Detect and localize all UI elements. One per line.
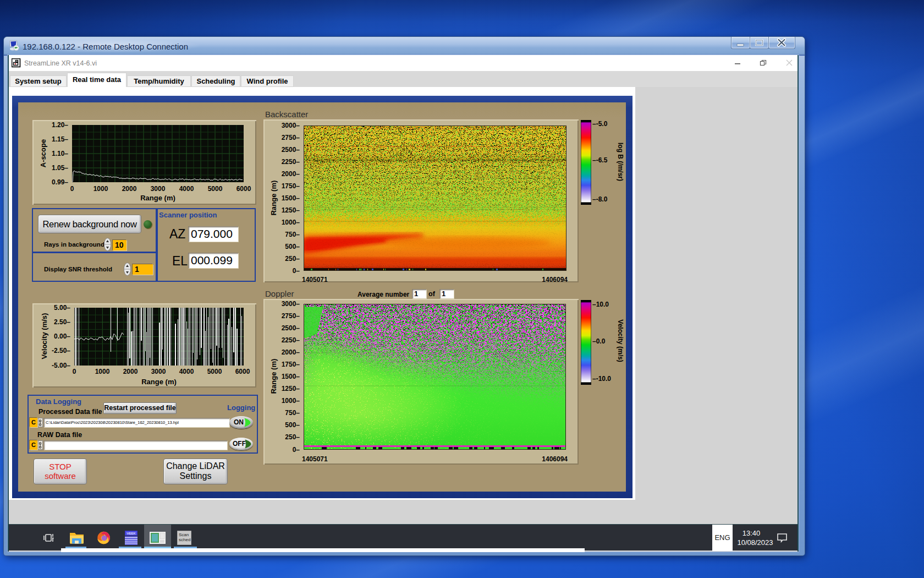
svg-text:VEEK: VEEK <box>127 532 135 535</box>
svg-text:sched: sched <box>179 537 190 542</box>
svg-text:Scan: Scan <box>179 532 189 537</box>
